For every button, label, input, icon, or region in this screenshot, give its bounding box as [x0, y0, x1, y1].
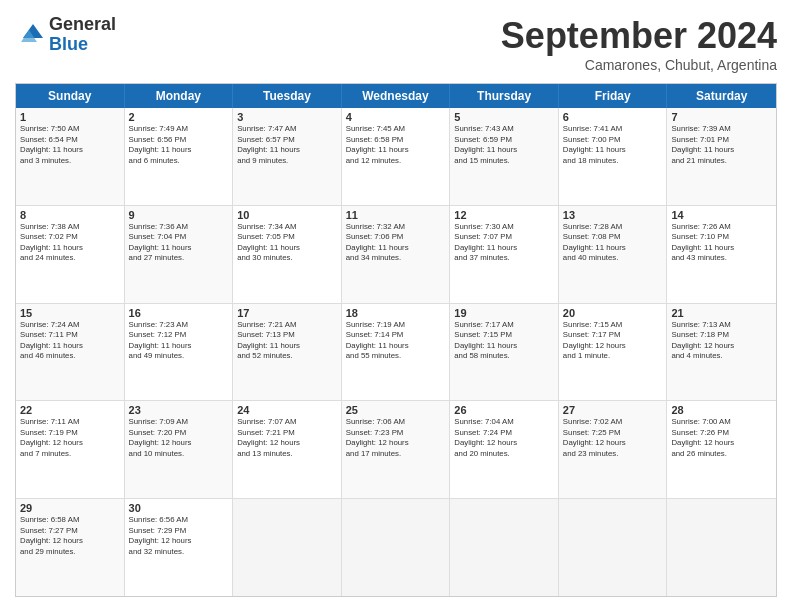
location-subtitle: Camarones, Chubut, Argentina [501, 57, 777, 73]
day-number: 12 [454, 209, 554, 221]
cal-cell-1-wed: 4 Sunrise: 7:45 AMSunset: 6:58 PMDayligh… [342, 108, 451, 205]
cell-info: Sunrise: 7:26 AMSunset: 7:10 PMDaylight:… [671, 222, 772, 264]
cell-info: Sunrise: 7:47 AMSunset: 6:57 PMDaylight:… [237, 124, 337, 166]
cal-cell-4-thu: 26 Sunrise: 7:04 AMSunset: 7:24 PMDaylig… [450, 401, 559, 498]
day-number: 15 [20, 307, 120, 319]
cal-cell-4-wed: 25 Sunrise: 7:06 AMSunset: 7:23 PMDaylig… [342, 401, 451, 498]
day-number: 13 [563, 209, 663, 221]
day-number: 19 [454, 307, 554, 319]
day-number: 9 [129, 209, 229, 221]
cal-cell-5-wed [342, 499, 451, 596]
calendar-header: Sunday Monday Tuesday Wednesday Thursday… [16, 84, 776, 108]
cal-cell-2-mon: 9 Sunrise: 7:36 AMSunset: 7:04 PMDayligh… [125, 206, 234, 303]
cal-cell-1-sun: 1 Sunrise: 7:50 AMSunset: 6:54 PMDayligh… [16, 108, 125, 205]
day-number: 7 [671, 111, 772, 123]
cal-cell-1-sat: 7 Sunrise: 7:39 AMSunset: 7:01 PMDayligh… [667, 108, 776, 205]
day-number: 11 [346, 209, 446, 221]
cell-info: Sunrise: 7:45 AMSunset: 6:58 PMDaylight:… [346, 124, 446, 166]
calendar-body: 1 Sunrise: 7:50 AMSunset: 6:54 PMDayligh… [16, 108, 776, 596]
cell-info: Sunrise: 6:58 AMSunset: 7:27 PMDaylight:… [20, 515, 120, 557]
day-number: 26 [454, 404, 554, 416]
day-number: 29 [20, 502, 120, 514]
page: General Blue September 2024 Camarones, C… [0, 0, 792, 612]
day-number: 16 [129, 307, 229, 319]
cal-cell-5-thu [450, 499, 559, 596]
cell-info: Sunrise: 7:38 AMSunset: 7:02 PMDaylight:… [20, 222, 120, 264]
cell-info: Sunrise: 7:23 AMSunset: 7:12 PMDaylight:… [129, 320, 229, 362]
cal-cell-2-sat: 14 Sunrise: 7:26 AMSunset: 7:10 PMDaylig… [667, 206, 776, 303]
cal-cell-3-fri: 20 Sunrise: 7:15 AMSunset: 7:17 PMDaylig… [559, 304, 668, 401]
cal-cell-4-tue: 24 Sunrise: 7:07 AMSunset: 7:21 PMDaylig… [233, 401, 342, 498]
day-number: 22 [20, 404, 120, 416]
day-number: 3 [237, 111, 337, 123]
header-monday: Monday [125, 84, 234, 108]
cal-cell-3-sun: 15 Sunrise: 7:24 AMSunset: 7:11 PMDaylig… [16, 304, 125, 401]
cal-cell-3-mon: 16 Sunrise: 7:23 AMSunset: 7:12 PMDaylig… [125, 304, 234, 401]
cell-info: Sunrise: 7:41 AMSunset: 7:00 PMDaylight:… [563, 124, 663, 166]
cal-cell-2-tue: 10 Sunrise: 7:34 AMSunset: 7:05 PMDaylig… [233, 206, 342, 303]
day-number: 1 [20, 111, 120, 123]
day-number: 24 [237, 404, 337, 416]
day-number: 18 [346, 307, 446, 319]
logo-blue-text: Blue [49, 35, 116, 55]
day-number: 4 [346, 111, 446, 123]
day-number: 14 [671, 209, 772, 221]
cal-cell-2-fri: 13 Sunrise: 7:28 AMSunset: 7:08 PMDaylig… [559, 206, 668, 303]
cal-cell-3-tue: 17 Sunrise: 7:21 AMSunset: 7:13 PMDaylig… [233, 304, 342, 401]
day-number: 2 [129, 111, 229, 123]
week-row-1: 1 Sunrise: 7:50 AMSunset: 6:54 PMDayligh… [16, 108, 776, 206]
cell-info: Sunrise: 7:30 AMSunset: 7:07 PMDaylight:… [454, 222, 554, 264]
day-number: 17 [237, 307, 337, 319]
cell-info: Sunrise: 7:15 AMSunset: 7:17 PMDaylight:… [563, 320, 663, 362]
cell-info: Sunrise: 7:02 AMSunset: 7:25 PMDaylight:… [563, 417, 663, 459]
cell-info: Sunrise: 7:19 AMSunset: 7:14 PMDaylight:… [346, 320, 446, 362]
day-number: 30 [129, 502, 229, 514]
header: General Blue September 2024 Camarones, C… [15, 15, 777, 73]
logo-general-text: General [49, 15, 116, 35]
week-row-4: 22 Sunrise: 7:11 AMSunset: 7:19 PMDaylig… [16, 401, 776, 499]
header-thursday: Thursday [450, 84, 559, 108]
cal-cell-4-sun: 22 Sunrise: 7:11 AMSunset: 7:19 PMDaylig… [16, 401, 125, 498]
cell-info: Sunrise: 7:28 AMSunset: 7:08 PMDaylight:… [563, 222, 663, 264]
cell-info: Sunrise: 7:43 AMSunset: 6:59 PMDaylight:… [454, 124, 554, 166]
cal-cell-1-tue: 3 Sunrise: 7:47 AMSunset: 6:57 PMDayligh… [233, 108, 342, 205]
day-number: 25 [346, 404, 446, 416]
week-row-2: 8 Sunrise: 7:38 AMSunset: 7:02 PMDayligh… [16, 206, 776, 304]
cell-info: Sunrise: 7:21 AMSunset: 7:13 PMDaylight:… [237, 320, 337, 362]
header-wednesday: Wednesday [342, 84, 451, 108]
cal-cell-1-mon: 2 Sunrise: 7:49 AMSunset: 6:56 PMDayligh… [125, 108, 234, 205]
day-number: 6 [563, 111, 663, 123]
cal-cell-3-wed: 18 Sunrise: 7:19 AMSunset: 7:14 PMDaylig… [342, 304, 451, 401]
cell-info: Sunrise: 7:32 AMSunset: 7:06 PMDaylight:… [346, 222, 446, 264]
cell-info: Sunrise: 7:34 AMSunset: 7:05 PMDaylight:… [237, 222, 337, 264]
cal-cell-5-fri [559, 499, 668, 596]
cell-info: Sunrise: 7:13 AMSunset: 7:18 PMDaylight:… [671, 320, 772, 362]
day-number: 10 [237, 209, 337, 221]
cell-info: Sunrise: 7:36 AMSunset: 7:04 PMDaylight:… [129, 222, 229, 264]
header-sunday: Sunday [16, 84, 125, 108]
cell-info: Sunrise: 7:00 AMSunset: 7:26 PMDaylight:… [671, 417, 772, 459]
cal-cell-4-fri: 27 Sunrise: 7:02 AMSunset: 7:25 PMDaylig… [559, 401, 668, 498]
cal-cell-5-sat [667, 499, 776, 596]
logo: General Blue [15, 15, 116, 55]
logo-text: General Blue [49, 15, 116, 55]
cal-cell-4-sat: 28 Sunrise: 7:00 AMSunset: 7:26 PMDaylig… [667, 401, 776, 498]
cell-info: Sunrise: 7:17 AMSunset: 7:15 PMDaylight:… [454, 320, 554, 362]
cal-cell-5-tue [233, 499, 342, 596]
week-row-3: 15 Sunrise: 7:24 AMSunset: 7:11 PMDaylig… [16, 304, 776, 402]
title-section: September 2024 Camarones, Chubut, Argent… [501, 15, 777, 73]
cal-cell-1-fri: 6 Sunrise: 7:41 AMSunset: 7:00 PMDayligh… [559, 108, 668, 205]
cal-cell-2-sun: 8 Sunrise: 7:38 AMSunset: 7:02 PMDayligh… [16, 206, 125, 303]
header-friday: Friday [559, 84, 668, 108]
day-number: 23 [129, 404, 229, 416]
cal-cell-2-wed: 11 Sunrise: 7:32 AMSunset: 7:06 PMDaylig… [342, 206, 451, 303]
header-tuesday: Tuesday [233, 84, 342, 108]
cell-info: Sunrise: 7:09 AMSunset: 7:20 PMDaylight:… [129, 417, 229, 459]
day-number: 8 [20, 209, 120, 221]
header-saturday: Saturday [667, 84, 776, 108]
cal-cell-3-thu: 19 Sunrise: 7:17 AMSunset: 7:15 PMDaylig… [450, 304, 559, 401]
day-number: 27 [563, 404, 663, 416]
day-number: 21 [671, 307, 772, 319]
cell-info: Sunrise: 7:24 AMSunset: 7:11 PMDaylight:… [20, 320, 120, 362]
day-number: 5 [454, 111, 554, 123]
